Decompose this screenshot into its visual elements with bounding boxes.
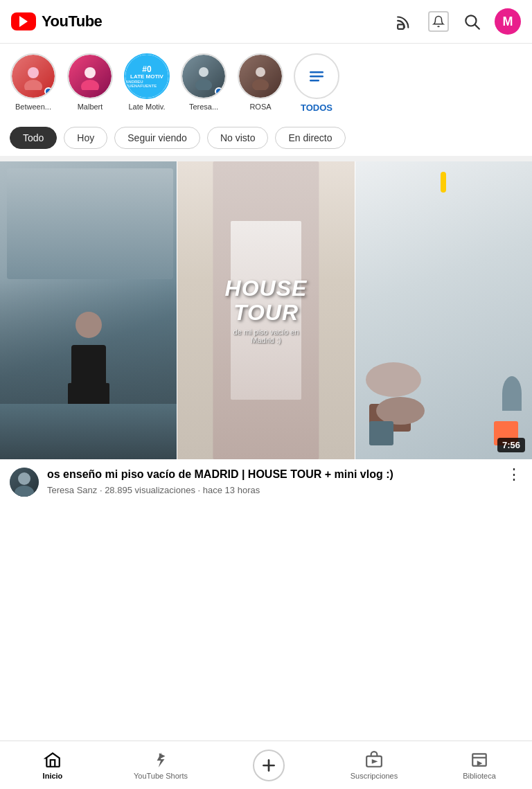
svg-line-2 [475, 25, 479, 29]
svg-marker-23 [477, 761, 483, 766]
user-avatar[interactable]: M [495, 8, 521, 35]
header-actions: M [395, 8, 521, 35]
nav-shorts-label: YouTube Shorts [134, 772, 188, 780]
svg-rect-0 [398, 24, 404, 29]
nav-add[interactable] [245, 750, 293, 781]
separator2: · [198, 485, 203, 495]
nav-shorts[interactable]: YouTube Shorts [134, 750, 188, 780]
library-icon [470, 750, 489, 770]
video-title[interactable]: os enseño mi piso vacío de MADRID | HOUS… [47, 468, 497, 482]
thumbnail-collage: HOUSE TOUR de mi piso vacío en Madrid :)… [0, 161, 532, 459]
svg-rect-11 [310, 71, 323, 73]
video-info: os enseño mi piso vacío de MADRID | HOUS… [0, 459, 532, 505]
nav-inicio[interactable]: Inicio [28, 750, 77, 780]
todos-button[interactable]: TODOS [294, 53, 339, 113]
video-meta: os enseño mi piso vacío de MADRID | HOUS… [47, 468, 497, 495]
story-label-teresa: Teresa... [189, 103, 218, 111]
time-ago: hace 13 horas [203, 485, 260, 495]
thumb-right: 7:56 [355, 161, 532, 459]
filter-no-visto[interactable]: No visto [207, 127, 269, 149]
header: YouTube M [0, 0, 532, 44]
story-dot-teresa [215, 87, 223, 96]
video-duration: 7:56 [497, 438, 525, 452]
story-label-malbert: Malbert [78, 103, 103, 111]
story-avatar-between [10, 53, 56, 99]
bottom-nav: Inicio YouTube Shorts [0, 741, 532, 789]
svg-marker-16 [157, 752, 165, 768]
nav-suscripciones[interactable]: Suscripciones [350, 750, 398, 780]
svg-point-6 [81, 80, 99, 90]
filter-en-directo[interactable]: En directo [275, 127, 345, 149]
notifications-button[interactable] [428, 11, 449, 32]
filter-row: Todo Hoy Seguir viendo No visto En direc… [0, 120, 532, 156]
svg-point-14 [18, 472, 30, 485]
home-icon [43, 750, 62, 770]
story-item-late-motiv[interactable]: #0 LATE MOTIV ANDREU BUENAFUENTE Late Mo… [123, 53, 170, 111]
video-details: Teresa Sanz · 28.895 visualizaciones · h… [47, 485, 497, 495]
view-count: 28.895 visualizaciones [105, 485, 195, 495]
story-label-late-motiv: Late Motiv. [129, 103, 166, 111]
channel-name[interactable]: Teresa Sanz [47, 485, 97, 495]
house-tour-title: HOUSE TOUR [222, 276, 310, 325]
shorts-icon [151, 750, 170, 770]
nav-inicio-label: Inicio [43, 772, 63, 780]
filter-todo[interactable]: Todo [10, 127, 57, 149]
filter-seguir-viendo[interactable]: Seguir viendo [114, 127, 200, 149]
logo-text: YouTube [42, 12, 102, 30]
svg-point-5 [85, 67, 96, 78]
svg-point-8 [195, 79, 212, 90]
stories-row: Between... Malbert #0 LATE MOTIV ANDREU … [0, 44, 532, 120]
story-avatar-rosa [238, 53, 283, 99]
svg-rect-12 [310, 76, 323, 78]
svg-point-10 [252, 79, 269, 90]
todos-label: TODOS [301, 103, 332, 113]
logo-area: YouTube [11, 12, 102, 30]
svg-point-7 [199, 67, 209, 77]
video-thumbnail[interactable]: HOUSE TOUR de mi piso vacío en Madrid :)… [0, 161, 532, 459]
story-dot-between [44, 87, 53, 96]
svg-point-15 [15, 486, 34, 497]
svg-rect-13 [310, 80, 319, 82]
story-item-teresa[interactable]: Teresa... [180, 53, 227, 111]
story-label-between: Between... [15, 103, 51, 111]
filter-hoy[interactable]: Hoy [64, 127, 107, 149]
story-item-rosa[interactable]: ROSA [237, 53, 284, 111]
section-divider [0, 156, 532, 161]
svg-point-3 [28, 67, 39, 78]
svg-marker-20 [372, 759, 378, 764]
story-item-between[interactable]: Between... [10, 53, 57, 111]
svg-point-9 [256, 67, 265, 77]
nav-biblioteca-label: Biblioteca [463, 772, 496, 780]
more-options-button[interactable]: ⋮ [506, 466, 522, 483]
story-avatar-late-motiv: #0 LATE MOTIV ANDREU BUENAFUENTE [124, 53, 170, 99]
story-avatar-teresa [181, 53, 227, 99]
channel-avatar[interactable] [10, 468, 39, 497]
todos-icon [294, 53, 339, 99]
add-button[interactable] [253, 750, 285, 781]
video-card: HOUSE TOUR de mi piso vacío en Madrid :)… [0, 161, 532, 505]
story-item-malbert[interactable]: Malbert [66, 53, 114, 111]
thumb-left [0, 161, 177, 459]
bottom-spacer [0, 519, 532, 574]
house-tour-subtitle: de mi piso vacío en Madrid :) [222, 328, 310, 344]
svg-point-4 [24, 80, 42, 90]
subscriptions-icon [364, 750, 384, 770]
nav-suscripciones-label: Suscripciones [351, 772, 398, 780]
house-tour-overlay: HOUSE TOUR de mi piso vacío en Madrid :) [222, 276, 310, 344]
cast-button[interactable] [395, 11, 416, 32]
search-button[interactable] [461, 11, 482, 32]
thumb-mid: HOUSE TOUR de mi piso vacío en Madrid :) [177, 161, 355, 459]
story-label-rosa: ROSA [249, 103, 271, 111]
story-avatar-malbert [67, 53, 113, 99]
youtube-logo-icon [11, 12, 36, 30]
channel-avatar-placeholder [10, 468, 39, 497]
nav-biblioteca[interactable]: Biblioteca [455, 750, 504, 780]
